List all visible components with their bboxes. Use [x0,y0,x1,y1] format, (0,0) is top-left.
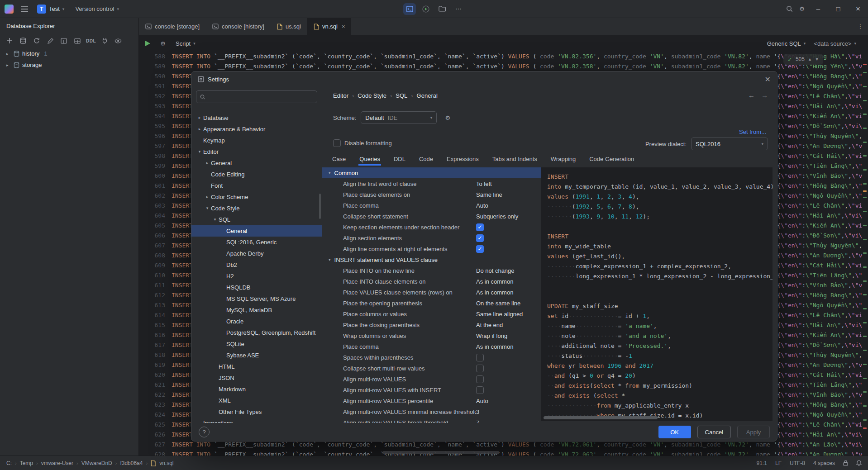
close-button[interactable]: × [848,0,868,18]
execution-settings-icon[interactable]: ⚙ [157,38,169,49]
option-checkbox[interactable] [476,375,484,383]
option-value-dropdown[interactable]: Subqueries only [476,213,518,220]
option-row[interactable]: Align multi-row VALUES with INSERT [322,385,541,395]
ok-button[interactable]: OK [658,426,691,438]
settings-tree-item[interactable]: H2 [191,271,322,282]
status-widget[interactable]: UTF-8 [790,460,805,466]
option-row[interactable]: Place columns or valuesSame line aligned [322,309,541,319]
path-breadcrumb[interactable]: C:›Temp›vmware-User›VMwareDnD›f3db06a4›v… [6,460,173,466]
option-value-dropdown[interactable]: Same line aligned [476,311,523,318]
apply-button[interactable]: Apply [737,426,770,438]
settings-tree-item[interactable]: MS SQL Server, MS Azure [191,293,322,304]
option-row[interactable]: Place commaAuto [322,200,541,211]
database-icon[interactable] [17,35,29,46]
chevron-right-icon[interactable]: ▸ [6,63,11,67]
option-row[interactable]: Align the first word of clauseTo left [322,178,541,189]
option-row[interactable]: Align multi-row VALUES [322,374,541,385]
script-mode-dropdown[interactable]: Script ▾ [176,40,196,47]
settings-gear-icon[interactable]: ⚙ [796,3,808,15]
settings-tree-item[interactable]: Oracle [191,316,322,327]
settings-tree-item[interactable]: Apache Derby [191,248,322,259]
status-widget[interactable]: 91:1 [757,460,767,466]
datasource-dropdown[interactable]: <data source> ▾ [814,40,856,47]
option-row[interactable]: Place commaAs in common [322,341,541,352]
chevron-right-icon[interactable]: ▸ [196,112,203,123]
editor-tab[interactable]: us.sql [271,18,307,35]
option-checkbox[interactable]: ✓ [476,245,484,253]
folder-icon[interactable] [436,3,448,15]
chevron-right-icon[interactable]: ▸ [204,157,211,169]
option-row[interactable]: Keep section elements under section head… [322,222,541,233]
settings-tree-item[interactable]: ▾Editor [191,146,322,157]
option-value-dropdown[interactable]: Same line [476,191,502,198]
path-segment[interactable]: f3db06a4 [120,460,143,466]
layout-icon[interactable] [58,35,70,46]
lock-icon[interactable] [843,460,848,466]
option-value-dropdown[interactable]: 3 [476,408,479,415]
settings-tree-item[interactable]: ▸Database [191,112,322,123]
option-checkbox[interactable] [476,365,484,372]
options-section-header[interactable]: ▾Common [322,167,541,178]
editor-tab[interactable]: console [history] [206,18,271,35]
settings-tree-item[interactable]: JSON [191,372,322,384]
options-section-header[interactable]: ▾INSERT statement and VALUES clause [322,254,541,265]
option-row[interactable]: Align multi-row VALUES minimal increase … [322,406,541,417]
tab-code[interactable]: Code [418,155,434,166]
editor-tab[interactable]: vn.sql× [307,18,352,35]
maximize-button[interactable]: □ [828,0,848,18]
next-problem-icon[interactable]: ▼ [815,57,819,62]
chevron-right-icon[interactable]: ▸ [204,191,211,203]
option-value-dropdown[interactable]: On the same line [476,300,520,307]
settings-tree-item[interactable]: Keymap [191,135,322,146]
ddl-icon[interactable]: DDL [85,35,97,46]
settings-tree-item[interactable]: Db2 [191,259,322,271]
dialog-close-icon[interactable]: ✕ [765,75,771,84]
minimize-button[interactable]: – [808,0,828,18]
settings-search[interactable] [196,90,317,103]
tab-tabs-and-indents[interactable]: Tabs and Indents [491,155,538,166]
settings-tree-item[interactable]: HTML [191,361,322,372]
settings-tree-item[interactable]: General [191,225,322,237]
cancel-button[interactable]: Cancel [697,426,731,438]
option-row[interactable]: Place INTO clause elements onAs in commo… [322,276,541,287]
project-widget[interactable]: T Test ▾ [37,5,64,14]
settings-tree-item[interactable]: Other File Types [191,406,322,418]
help-button[interactable]: ? [199,427,210,437]
settings-tree-item[interactable]: MySQL, MariaDB [191,304,322,316]
prev-problem-icon[interactable]: ▲ [808,57,812,62]
dialect-dropdown[interactable]: Generic SQL ▾ [767,40,806,47]
explorer-tree-item[interactable]: ▸storage [0,59,138,71]
editor-line[interactable]: 588INSERT INTO `__PREFIX__subadmin2` (`c… [139,52,868,62]
tab-queries[interactable]: Queries [358,155,381,166]
chevron-down-icon[interactable]: ▾ [204,203,211,214]
chevron-right-icon[interactable]: ▸ [196,123,203,135]
current-file-name[interactable]: vn.sql [159,460,173,466]
settings-tree-item[interactable]: ▸General [191,157,322,169]
more-icon[interactable]: ⋯ [452,3,465,15]
tab-close-icon[interactable]: × [342,23,345,30]
option-row[interactable]: Place VALUES clause elements (rows) onAs… [322,287,541,298]
option-value-dropdown[interactable]: As in common [476,343,513,350]
tab-ddl[interactable]: DDL [393,155,406,166]
option-value-dropdown[interactable]: As in common [476,278,513,285]
settings-tree-item[interactable]: Markdown [191,384,322,395]
plug-icon[interactable] [99,35,110,46]
settings-tree-item[interactable]: Inspections [191,418,322,423]
back-icon[interactable]: ← [748,91,755,99]
option-row[interactable]: Collapse short multi-row values [322,363,541,374]
option-value-dropdown[interactable]: Wrap if long [476,332,507,339]
edit-icon[interactable] [44,35,56,46]
editor-tab[interactable]: console [storage] [139,18,206,35]
settings-tree-item[interactable]: Sybase ASE [191,350,322,361]
settings-tree-item[interactable]: ▸Color Scheme [191,191,322,203]
terminal-icon[interactable] [403,3,416,15]
option-value-dropdown[interactable]: Auto [476,202,488,209]
option-row[interactable]: Place the opening parenthesisOn the same… [322,298,541,309]
set-from-link[interactable]: Set from... [739,128,766,135]
option-value-dropdown[interactable]: To left [476,180,492,187]
settings-tree-item[interactable]: Font [191,180,322,191]
error-stripe-scrollbar[interactable] [862,52,868,456]
option-value-dropdown[interactable]: At the end [476,322,503,328]
settings-tree-item[interactable]: PostgreSQL, Greenplum, Redshift [191,327,322,338]
option-checkbox[interactable] [476,354,484,361]
